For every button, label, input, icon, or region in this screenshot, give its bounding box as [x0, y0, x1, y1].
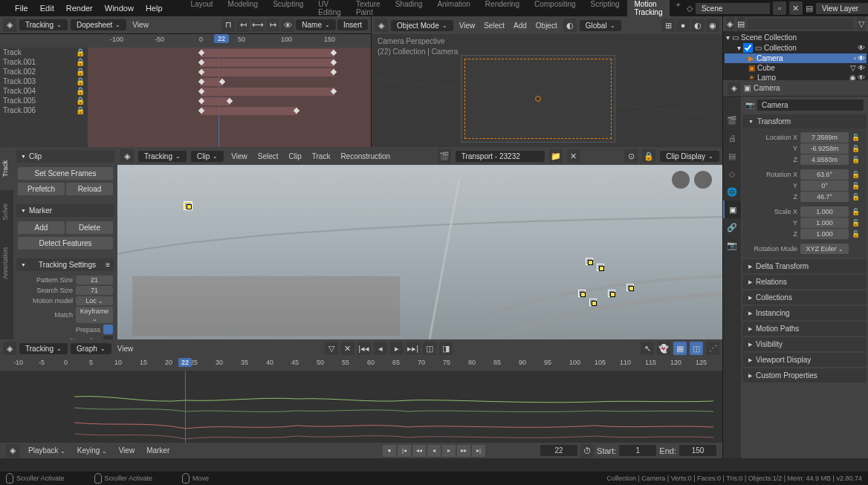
- panel-tracking-header[interactable]: Tracking Settings ≡: [16, 258, 114, 271]
- track-row[interactable]: Track.004🔒: [0, 86, 88, 96]
- side-tab-solve[interactable]: Solve: [0, 190, 13, 234]
- orient-icon[interactable]: ◐: [563, 19, 577, 32]
- rotation-y-field[interactable]: 0°: [800, 180, 849, 191]
- marker-right-icon[interactable]: ↦: [266, 19, 279, 32]
- menu-file[interactable]: File: [9, 4, 34, 13]
- shading-lookdev-icon[interactable]: ◐: [691, 19, 705, 32]
- tree-item-camera[interactable]: ▶ Camera ▫👁: [725, 53, 867, 63]
- location-y-field[interactable]: -6.9258m: [800, 143, 849, 154]
- lock-icon[interactable]: 🔓: [852, 208, 862, 215]
- lock-icon[interactable]: 🔓: [852, 134, 862, 141]
- rotation-x-field[interactable]: 63.6°: [800, 169, 849, 180]
- rotation-mode-dropdown[interactable]: XYZ Euler: [800, 244, 849, 254]
- markers-jump-start-icon[interactable]: |◂◂: [357, 342, 371, 355]
- autokey-icon[interactable]: ●: [383, 445, 396, 457]
- chevron-down-icon[interactable]: ▾: [726, 33, 730, 42]
- scale-z-field[interactable]: 1.000: [800, 229, 849, 239]
- panel-motion-paths[interactable]: Motion Paths: [742, 322, 867, 336]
- vp-object-menu[interactable]: Object: [533, 22, 560, 30]
- reload-button[interactable]: Reload: [66, 183, 113, 195]
- keyframe-prev-button[interactable]: ◂◂: [412, 445, 426, 457]
- markers-next-icon[interactable]: ▸: [390, 342, 404, 355]
- vp-add-menu[interactable]: Add: [511, 22, 530, 30]
- lock-icon[interactable]: 🔓: [852, 156, 862, 163]
- tracking-marker[interactable]: [589, 299, 597, 306]
- clip-track-menu[interactable]: Track: [309, 152, 334, 160]
- clip-display-dropdown[interactable]: Clip Display: [660, 151, 719, 162]
- prop-tab-viewlayer[interactable]: ▤: [723, 147, 741, 165]
- dopesheet-submode-dropdown[interactable]: Dopesheet: [71, 19, 126, 30]
- collection-checkbox[interactable]: [743, 43, 753, 53]
- preview-range-icon[interactable]: ⏱: [580, 444, 594, 458]
- marker-left-icon[interactable]: ↤: [236, 19, 250, 32]
- snap-icon[interactable]: ⊓: [221, 19, 235, 32]
- object-mode-dropdown[interactable]: Object Mode: [391, 20, 453, 31]
- menu-edit[interactable]: Edit: [34, 4, 60, 13]
- current-frame-field[interactable]: 22: [540, 445, 577, 456]
- pivot-icon[interactable]: ⊙: [624, 149, 638, 163]
- graph-mode-dropdown[interactable]: Tracking: [19, 343, 68, 354]
- prop-tab-output[interactable]: 🖨: [723, 129, 741, 147]
- dopesheet-mode-dropdown[interactable]: Tracking: [19, 19, 68, 30]
- lock-icon[interactable]: 🔓: [852, 182, 862, 189]
- clip-mode-dropdown[interactable]: Tracking: [138, 151, 187, 162]
- graph-hidden-icon[interactable]: ◫: [690, 342, 703, 355]
- clip-icon[interactable]: 🎬: [438, 149, 451, 163]
- mask-mode-icon[interactable]: [672, 171, 690, 189]
- track-row[interactable]: Track.005🔒: [0, 96, 88, 105]
- lock-icon[interactable]: 🔓: [852, 145, 862, 152]
- chevron-down-icon[interactable]: ▾: [737, 44, 741, 52]
- panel-delta-transform[interactable]: Delta Transform: [742, 259, 867, 273]
- play-reverse-button[interactable]: ◂: [427, 445, 441, 457]
- outliner-filter-icon[interactable]: ▽: [857, 17, 865, 30]
- lens-distortion-icon[interactable]: [694, 171, 712, 189]
- graph-show-icon[interactable]: ◫: [423, 342, 436, 355]
- tracking-presets-icon[interactable]: ≡: [106, 261, 110, 269]
- play-button[interactable]: ▸: [442, 445, 456, 457]
- clip-reconstruction-menu[interactable]: Reconstruction: [337, 152, 393, 160]
- graph-ruler[interactable]: -10-505101520253035404550556065707580859…: [0, 357, 722, 371]
- scene-name-field[interactable]: [696, 3, 770, 14]
- tracking-marker[interactable]: [586, 258, 593, 265]
- lock-icon[interactable]: 🔒: [76, 68, 85, 76]
- tracking-marker[interactable]: [184, 202, 192, 209]
- prop-tab-object[interactable]: ▣: [723, 201, 741, 218]
- editor-type-icon[interactable]: ◈: [375, 19, 388, 32]
- prepass-checkbox[interactable]: [103, 325, 113, 334]
- detect-features-button[interactable]: Detect Features: [18, 237, 113, 250]
- panel-instancing[interactable]: Instancing: [742, 306, 867, 320]
- location-z-field[interactable]: 4.9583m: [800, 154, 849, 165]
- eye-icon[interactable]: 👁: [858, 64, 865, 72]
- orient-dropdown[interactable]: Global: [580, 20, 621, 31]
- timeline-playback-menu[interactable]: Playback: [25, 446, 68, 455]
- lock-icon[interactable]: 🔒: [76, 77, 85, 85]
- graph-submode-dropdown[interactable]: Graph: [71, 343, 111, 354]
- markers-jump-end-icon[interactable]: ▸▸|: [407, 342, 420, 355]
- search-size-field[interactable]: 71: [76, 286, 113, 295]
- lock-icon[interactable]: 🔒: [76, 106, 85, 114]
- keyframe-next-button[interactable]: ▸▸: [457, 445, 470, 457]
- motion-model-dropdown[interactable]: Loc: [76, 296, 113, 305]
- panel-custom-properties[interactable]: Custom Properties: [742, 368, 867, 383]
- graph-lock-icon[interactable]: ✕: [341, 342, 354, 355]
- vp-view-menu[interactable]: View: [456, 22, 479, 30]
- cursor-icon[interactable]: ↖: [641, 342, 654, 355]
- panel-marker-header[interactable]: Marker: [16, 204, 114, 217]
- editor-type-icon[interactable]: ◈: [728, 82, 741, 95]
- editor-type-icon[interactable]: ◈: [120, 149, 134, 163]
- lock-icon[interactable]: 🔓: [852, 230, 862, 238]
- dopesheet-view-menu[interactable]: View: [129, 21, 152, 29]
- jump-end-button[interactable]: ▸|: [472, 445, 485, 457]
- prop-tab-scene[interactable]: ◇: [723, 165, 741, 183]
- sort-method-dropdown[interactable]: Name: [296, 19, 336, 30]
- prefetch-button[interactable]: Prefetch: [18, 183, 65, 195]
- panel-viewport-display[interactable]: Viewport Display: [742, 353, 867, 367]
- clip-canvas[interactable]: [117, 165, 722, 339]
- track-row[interactable]: Track🔒: [0, 48, 88, 57]
- panel-clip-header[interactable]: Clip: [16, 150, 114, 163]
- delete-marker-button[interactable]: Delete: [66, 221, 113, 234]
- graph-canvas[interactable]: [0, 371, 722, 443]
- jump-start-button[interactable]: |◂: [398, 445, 411, 457]
- eye-icon[interactable]: 👁: [858, 54, 865, 62]
- graph-show2-icon[interactable]: ◨: [439, 342, 453, 355]
